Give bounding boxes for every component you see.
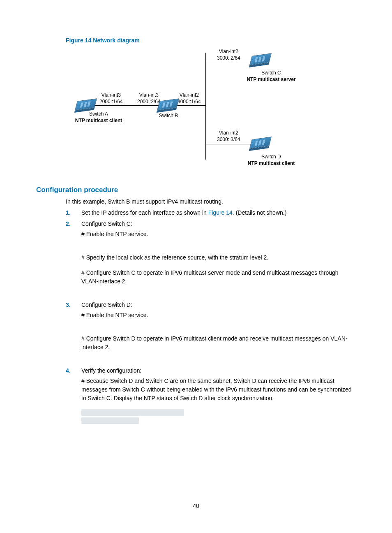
switch-b-name: Switch B: [152, 113, 185, 119]
switch-c-name: Switch C: [234, 70, 308, 76]
redacted-line: [81, 409, 184, 416]
step-paragraph: # Specify the local clock as the referen…: [81, 253, 356, 262]
switch-icon: [75, 98, 97, 111]
switch-icon: [157, 98, 179, 111]
switch-icon: [249, 53, 272, 65]
step-paragraph: # Configure Switch C to operate in IPv6 …: [81, 269, 356, 286]
redacted-block: [81, 409, 356, 424]
switch-b-right-addr: 3000::1/64: [178, 99, 201, 105]
switch-a-role: NTP multicast client: [66, 118, 131, 124]
step-number: 4.: [66, 366, 71, 375]
figure-reference-link[interactable]: Figure 14: [208, 209, 233, 216]
switch-b-left-addr: 2000::2/64: [137, 99, 161, 105]
page-number: 40: [0, 503, 392, 509]
steps-list: 1. Set the IP address for each interface…: [66, 209, 356, 403]
section-heading: Configuration procedure: [36, 186, 356, 194]
step-number: 1.: [66, 209, 71, 217]
switch-d-role: NTP multicast client: [234, 160, 308, 167]
switch-b-right-if: Vlan-int2: [178, 92, 201, 99]
switch-d-addr: 3000::3/64: [217, 137, 240, 143]
switch-c-if: Vlan-int2: [217, 49, 240, 55]
switch-c-addr: 3000::2/64: [217, 55, 240, 62]
switch-a-addr: 2000::1/64: [99, 99, 123, 105]
step-paragraph: # Configure Switch D to operate in IPv6 …: [81, 334, 356, 352]
switch-d-if: Vlan-int2: [217, 130, 240, 137]
step-number: 3.: [66, 301, 71, 309]
step-paragraph: # Enable the NTP service.: [81, 311, 356, 320]
step-title: Verify the configuration:: [81, 366, 356, 375]
network-diagram: Vlan-int2 3000::2/64 Switch C NTP multic…: [66, 49, 329, 176]
intro-paragraph: In this example, Switch B must support I…: [66, 197, 356, 206]
step-text: . (Details not shown.): [233, 209, 287, 216]
step-paragraph: # Enable the NTP service.: [81, 230, 356, 239]
switch-icon: [249, 137, 272, 149]
switch-d-name: Switch D: [234, 154, 308, 160]
step-title: Configure Switch C:: [81, 220, 356, 228]
switch-b-left-if: Vlan-int3: [137, 92, 161, 99]
step-text: Set the IP address for each interface as…: [81, 209, 208, 216]
switch-c-role: NTP multicast server: [234, 76, 308, 83]
redacted-line: [81, 417, 139, 424]
step-paragraph: # Because Switch D and Switch C are on t…: [81, 377, 356, 403]
step-title: Configure Switch D:: [81, 301, 356, 309]
figure-caption: Figure 14 Network diagram: [66, 37, 356, 44]
step-number: 2.: [66, 220, 71, 228]
switch-a-name: Switch A: [66, 111, 131, 118]
switch-a-if: Vlan-int3: [99, 92, 123, 99]
